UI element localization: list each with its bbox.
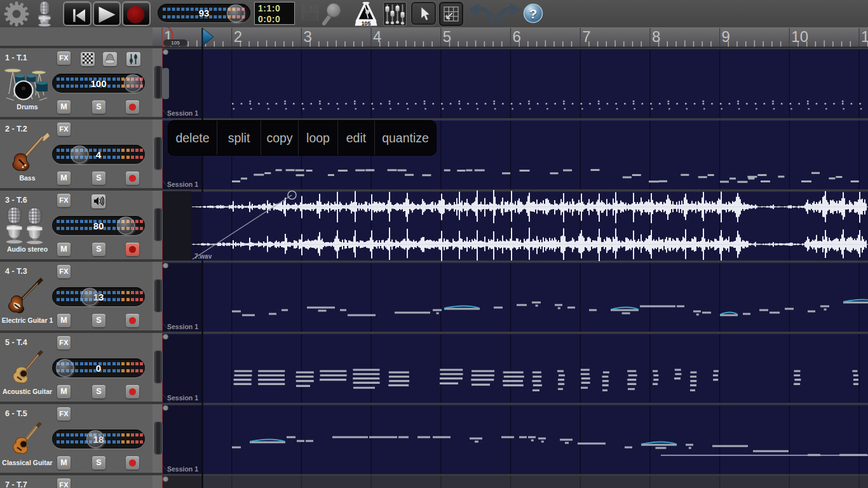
svg-text:?: ? — [529, 6, 538, 21]
svg-text:2: 2 — [234, 28, 242, 45]
svg-text:4: 4 — [373, 28, 381, 45]
svg-text:Session 1: Session 1 — [167, 180, 198, 188]
svg-text:105: 105 — [171, 40, 180, 46]
svg-text:7.wav: 7.wav — [194, 253, 212, 260]
svg-text:105: 105 — [362, 20, 371, 26]
svg-text:9: 9 — [722, 28, 730, 45]
svg-text:6: 6 — [513, 28, 521, 45]
svg-text:Session 1: Session 1 — [167, 109, 198, 117]
svg-text:11: 11 — [861, 28, 868, 45]
svg-text:Session 1: Session 1 — [167, 323, 198, 330]
svg-text:Session 1: Session 1 — [167, 394, 198, 402]
svg-text:7: 7 — [582, 28, 590, 45]
svg-text:5: 5 — [443, 28, 451, 45]
svg-text:10: 10 — [791, 28, 808, 45]
svg-text:8: 8 — [652, 28, 660, 45]
svg-text:Session 1: Session 1 — [167, 465, 198, 473]
svg-text:3: 3 — [303, 28, 311, 45]
